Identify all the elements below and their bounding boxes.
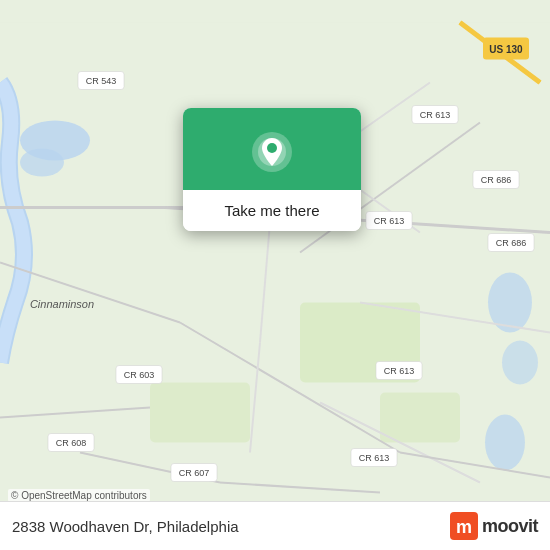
- moovit-icon: m: [450, 512, 478, 540]
- take-me-there-button[interactable]: Take me there: [183, 190, 361, 231]
- svg-text:CR 613: CR 613: [359, 453, 390, 463]
- svg-text:CR 613: CR 613: [374, 216, 405, 226]
- svg-text:CR 603: CR 603: [124, 370, 155, 380]
- moovit-text: moovit: [482, 516, 538, 537]
- svg-text:m: m: [456, 517, 472, 537]
- map-background: US 130 CR 543 CR 613 CR 686 CR 613 CR 68…: [0, 0, 550, 550]
- svg-point-5: [485, 415, 525, 471]
- svg-point-4: [502, 341, 538, 385]
- svg-rect-7: [150, 383, 250, 443]
- location-pin-icon: [250, 130, 294, 174]
- svg-text:CR 607: CR 607: [179, 468, 210, 478]
- address-text: 2838 Woodhaven Dr, Philadelphia: [12, 518, 239, 535]
- popup-card: Take me there: [183, 108, 361, 231]
- svg-point-2: [20, 149, 64, 177]
- bottom-bar: 2838 Woodhaven Dr, Philadelphia m moovit: [0, 501, 550, 550]
- svg-text:CR 608: CR 608: [56, 438, 87, 448]
- svg-text:CR 613: CR 613: [384, 366, 415, 376]
- map-container: US 130 CR 543 CR 613 CR 686 CR 613 CR 68…: [0, 0, 550, 550]
- popup-green-area: [183, 108, 361, 190]
- svg-text:CR 686: CR 686: [481, 175, 512, 185]
- svg-text:CR 543: CR 543: [86, 76, 117, 86]
- svg-text:US 130: US 130: [489, 44, 523, 55]
- svg-text:CR 686: CR 686: [496, 238, 527, 248]
- svg-text:CR 613: CR 613: [420, 110, 451, 120]
- svg-text:Cinnaminson: Cinnaminson: [30, 298, 94, 310]
- moovit-logo: m moovit: [450, 512, 538, 540]
- svg-point-51: [267, 143, 277, 153]
- svg-rect-8: [380, 393, 460, 443]
